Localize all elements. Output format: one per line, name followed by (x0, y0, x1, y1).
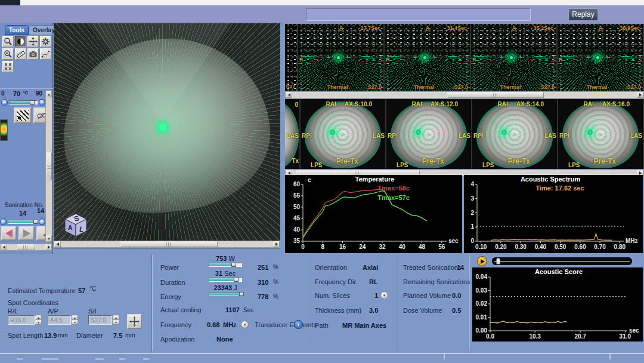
contrast-tool-button[interactable] (15, 36, 26, 47)
power-label: Power (160, 264, 179, 271)
scroll-up-button[interactable]: ▲ (46, 91, 52, 97)
svg-text:1: 1 (470, 223, 474, 230)
rl-stepper[interactable]: ▲▼ (35, 315, 42, 325)
tab-tools[interactable]: Tools (5, 25, 29, 35)
estimated-temperature-value: 57 (78, 287, 85, 294)
scroll-down-button[interactable]: ▼ (46, 235, 52, 242)
ap-coordinate-field[interactable] (48, 315, 71, 325)
snapshot-tool-button[interactable] (27, 48, 39, 60)
apodization-label: Apodization (160, 336, 195, 343)
actual-cooling-value: 1107 (225, 306, 240, 313)
scrollbar-thumb[interactable] (447, 92, 544, 98)
scrub-handle[interactable] (496, 258, 500, 264)
3d-treatment-viewport[interactable]: S A L (54, 23, 280, 248)
thermal-caption: Thermal (327, 84, 348, 90)
treated-sonications-label: Treated Sonications (403, 264, 461, 271)
mri-slice-frame[interactable]: RAI AX S:10.0 RPI LAS LPS Pre-Tx (301, 99, 385, 169)
svg-text:Acoustic Score: Acoustic Score (535, 268, 583, 275)
thermal-frame[interactable]: A 31.4Sec R Thermal S27.0 (385, 24, 470, 91)
thermal-frame[interactable]: A 27.7Sec R Thermal S27.0 (298, 24, 383, 91)
si-stepper[interactable]: ▲▼ (113, 315, 119, 325)
mri-slice-frame[interactable]: RAI AX S:12.0 RPI LAS LPS Pre-Tx (386, 99, 471, 169)
svg-text:0: 0 (470, 238, 474, 244)
mri-slice-partial[interactable]: 0 LAS Tx (285, 99, 299, 169)
orientation-rai-label: RAI (326, 101, 336, 107)
scroll-left-button[interactable] (286, 92, 292, 98)
rl-coordinate-field[interactable] (8, 315, 35, 325)
ap-label: A/P (48, 307, 58, 315)
duration-slider[interactable]: 31 Sec (209, 270, 242, 282)
svg-text:40: 40 (293, 226, 301, 233)
thermal-pos-label: S27.0 (286, 84, 297, 90)
replay-button[interactable]: Replay (568, 8, 598, 21)
zoom-tool-button[interactable] (2, 36, 14, 47)
remaining-sonications-label: Remaining Sonications (403, 278, 470, 285)
overlay-pattern-button[interactable] (14, 107, 32, 124)
pan-tool-button[interactable] (27, 36, 39, 47)
scale-minus-button[interactable]: − (1, 99, 8, 106)
thermal-frame[interactable]: A 38.9Sec R Thermal S27.0 (558, 24, 643, 91)
svg-text:0.60: 0.60 (574, 244, 586, 250)
sonication-minus-button[interactable]: − (0, 219, 7, 225)
svg-text:31.0: 31.0 (620, 333, 631, 340)
sidebar-horizontal-scrollbar[interactable] (0, 244, 52, 251)
thermal-frame-partial[interactable]: S27.0 (285, 24, 297, 91)
scroll-left-button[interactable] (1, 244, 7, 250)
spot-length-label: Spot Length (8, 332, 43, 339)
mri-slice-frame[interactable]: RAI AX S:16.0 RPI LAS LPS Pre-Tx (558, 99, 643, 169)
mri-slice-frame[interactable]: RAI AX S:14.0 RPI LAS LPS Pre-Tx (472, 99, 557, 169)
sonication-slider[interactable]: − + (0, 219, 45, 225)
energy-slider[interactable]: 23343 J (209, 284, 242, 296)
overlay-grid-tool-button[interactable] (2, 61, 14, 72)
replay-scrub-bar[interactable] (492, 257, 632, 265)
transducer-elements-button[interactable]: › (294, 320, 303, 329)
slice-position-label: AX S:10.0 (345, 101, 372, 107)
move-spot-button[interactable] (127, 314, 142, 329)
svg-text:32: 32 (379, 244, 386, 250)
scrollbar-thumb[interactable] (17, 244, 35, 250)
scale-plus-button[interactable]: + (39, 99, 45, 106)
thermal-scale-slider[interactable]: − + (1, 99, 45, 106)
scrollbar-thumb[interactable] (46, 152, 52, 180)
ap-stepper[interactable]: ▲▼ (72, 315, 78, 325)
svg-text:sec: sec (448, 238, 459, 244)
si-coordinate-field[interactable] (88, 315, 112, 325)
sonication-plus-button[interactable]: + (39, 219, 45, 225)
orientation-lps-label: LPS (311, 162, 322, 168)
polyline-tool-button[interactable] (40, 48, 51, 60)
spot-length-value: 13.9 (44, 332, 57, 339)
dose-thumbnail[interactable] (0, 119, 8, 141)
svg-text:Acoustic Spectrum: Acoustic Spectrum (521, 176, 580, 183)
bottom-status-strip (0, 353, 644, 363)
previous-sonication-button[interactable] (1, 226, 17, 241)
svg-text:0.03: 0.03 (476, 287, 488, 294)
scroll-right-button[interactable] (637, 92, 643, 98)
svg-text:0.40: 0.40 (535, 244, 547, 250)
focal-spot-marker (159, 124, 166, 131)
orientation-cube[interactable]: S A L (62, 211, 89, 239)
scroll-right-button[interactable] (45, 244, 52, 250)
power-slider[interactable]: 753 W (209, 255, 242, 267)
num-slices-dropdown-button[interactable]: ▼ (380, 291, 388, 299)
pre-tx-caption: Pre-Tx (594, 157, 616, 165)
scale-current-label: 70 (13, 90, 20, 97)
svg-text:0.30: 0.30 (515, 244, 527, 250)
scroll-right-button[interactable] (273, 241, 280, 247)
scrollbar-thumb[interactable] (120, 241, 218, 247)
svg-text:48: 48 (419, 244, 426, 250)
ruler-tool-button[interactable] (15, 48, 26, 60)
svg-text:sec: sec (629, 327, 639, 334)
probe-tool-button[interactable] (2, 48, 14, 60)
frequency-dropdown-button[interactable]: ▼ (241, 321, 249, 328)
replay-play-button[interactable] (477, 256, 487, 266)
sidebar-vertical-scrollbar[interactable]: ▲ ▼ (45, 90, 52, 242)
thermal-strip-scrollbar[interactable] (285, 91, 644, 99)
viewer-horizontal-scrollbar[interactable] (54, 241, 280, 248)
gear-icon (41, 37, 50, 46)
svg-text:0.20: 0.20 (495, 244, 507, 250)
thermal-frame[interactable]: A 35.2Sec R Thermal S27.0 (471, 24, 556, 91)
next-sonication-button[interactable] (18, 226, 35, 241)
slice-position-label: AX S:16.0 (602, 101, 630, 107)
settings-tool-button[interactable] (40, 36, 51, 47)
scroll-left-button[interactable] (54, 241, 61, 247)
